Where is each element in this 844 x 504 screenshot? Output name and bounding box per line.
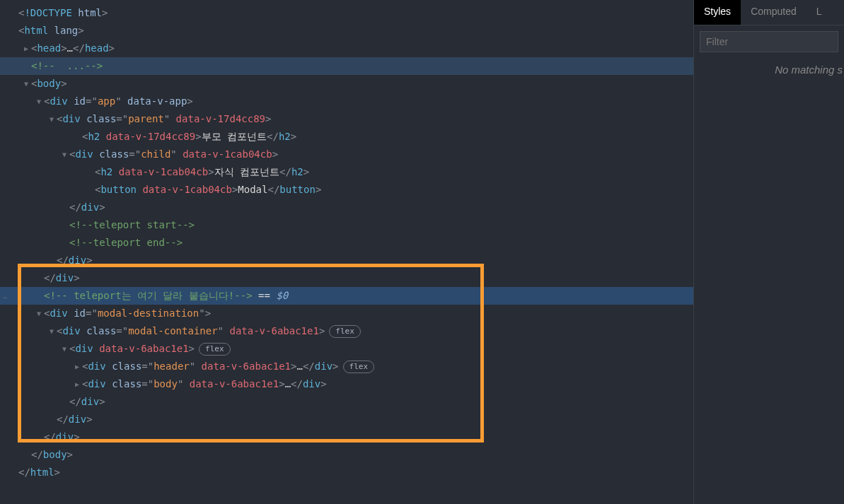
dom-tree-line[interactable]: <!--teleport end--> bbox=[0, 234, 693, 252]
dom-tree-line[interactable]: ▶<div class="body" data-v-6abac1e1>…</di… bbox=[0, 375, 693, 393]
code-token: =" bbox=[129, 146, 141, 163]
code-token: div bbox=[56, 428, 74, 446]
dom-tree-line[interactable]: <!--teleport start--> bbox=[0, 216, 693, 234]
code-token: data-v-1cab04cb bbox=[177, 146, 272, 163]
code-token: < bbox=[82, 375, 88, 393]
code-token: modal-container bbox=[128, 322, 217, 340]
tab-styles[interactable]: Styles bbox=[694, 0, 741, 25]
code-token: $0 bbox=[276, 287, 288, 305]
code-token: h2 bbox=[100, 163, 112, 181]
code-token: </ bbox=[31, 446, 43, 464]
dom-tree-line[interactable]: ▼<body> bbox=[0, 75, 693, 93]
flex-badge[interactable]: flex bbox=[343, 361, 375, 373]
dom-tree-line[interactable]: </div> bbox=[0, 269, 693, 287]
code-token: > bbox=[99, 393, 105, 411]
dom-tree-line[interactable]: </div> bbox=[0, 199, 693, 216]
chevron-right-icon[interactable]: ▶ bbox=[75, 358, 82, 375]
dom-tree-line[interactable]: ▶<div class="header" data-v-6abac1e1>…</… bbox=[0, 358, 693, 375]
dom-tree-line[interactable]: </body> bbox=[0, 446, 693, 464]
dom-tree-line[interactable]: <button data-v-1cab04cb>Modal</button> bbox=[0, 181, 693, 199]
dom-tree-line[interactable]: <!DOCTYPE html> bbox=[0, 4, 693, 22]
code-token: data-v-17d4cc89 bbox=[100, 128, 195, 146]
code-token: modal-destination bbox=[98, 305, 199, 322]
code-token: div bbox=[303, 375, 320, 393]
code-token: data-v-1cab04cb bbox=[137, 181, 232, 199]
code-token: =" bbox=[116, 110, 128, 128]
chevron-down-icon[interactable]: ▼ bbox=[50, 322, 57, 340]
code-token: < bbox=[69, 340, 75, 358]
code-token: < bbox=[57, 322, 62, 340]
code-token: < bbox=[31, 75, 37, 93]
dom-tree-line[interactable]: </html> bbox=[0, 464, 693, 481]
code-token: </ bbox=[44, 428, 56, 446]
code-token: =" bbox=[141, 358, 154, 375]
dom-tree-line[interactable]: <!-- ...--> bbox=[0, 57, 693, 75]
dom-tree-line[interactable]: ▶<head>…</head> bbox=[0, 40, 693, 57]
chevron-right-icon[interactable]: ▶ bbox=[24, 40, 31, 57]
code-token: < bbox=[57, 110, 62, 128]
chevron-down-icon[interactable]: ▼ bbox=[37, 305, 44, 322]
code-token: html bbox=[30, 464, 54, 481]
code-token: </ bbox=[18, 464, 30, 481]
code-token: == bbox=[253, 287, 277, 305]
code-token: " bbox=[164, 110, 170, 128]
code-token: … bbox=[296, 358, 302, 375]
code-token: 자식 컴포넌트 bbox=[214, 163, 279, 181]
dom-tree-line[interactable]: ▼<div class="child" data-v-1cab04cb> bbox=[0, 146, 693, 163]
code-token: id bbox=[68, 93, 86, 110]
code-token: </ bbox=[57, 411, 69, 428]
code-token: " bbox=[178, 375, 183, 393]
code-token: <!-- ...--> bbox=[31, 57, 103, 75]
code-token: data-v-app bbox=[122, 93, 187, 110]
dom-tree-line[interactable]: ▼<div id="app" data-v-app> bbox=[0, 93, 693, 110]
chevron-down-icon[interactable]: ▼ bbox=[37, 93, 44, 110]
code-token: > bbox=[99, 199, 105, 216]
code-token: div bbox=[69, 252, 86, 269]
code-token: class bbox=[106, 358, 142, 375]
dom-tree-line[interactable]: </div> bbox=[0, 411, 693, 428]
code-token: class bbox=[81, 110, 117, 128]
code-token: </ bbox=[69, 393, 81, 411]
code-token: parent bbox=[128, 110, 164, 128]
elements-panel[interactable]: <!DOCTYPE html><html lang>▶<head>…</head… bbox=[0, 0, 693, 504]
dom-tree-line[interactable]: ▼<div data-v-6abac1e1>flex bbox=[0, 340, 693, 358]
dom-tree-line[interactable]: ▼<div id="modal-destination"> bbox=[0, 305, 693, 322]
code-token: " bbox=[115, 93, 121, 110]
dom-tree-line[interactable]: </div> bbox=[0, 428, 693, 446]
tab-overflow[interactable]: L bbox=[807, 0, 832, 25]
code-token: data-v-17d4cc89 bbox=[170, 110, 265, 128]
flex-badge[interactable]: flex bbox=[199, 343, 231, 356]
dom-tree-line[interactable]: ▼<div class="parent" data-v-17d4cc89> bbox=[0, 110, 693, 128]
code-token: " bbox=[190, 358, 195, 375]
chevron-right-icon[interactable]: ▶ bbox=[75, 375, 82, 393]
dom-tree-line[interactable]: </div> bbox=[0, 252, 693, 269]
filter-input[interactable] bbox=[700, 31, 838, 52]
dom-tree-line[interactable]: <h2 data-v-1cab04cb>자식 컴포넌트</h2> bbox=[0, 163, 693, 181]
code-token: h2 bbox=[291, 163, 304, 181]
code-token: Modal bbox=[238, 181, 267, 199]
dom-tree[interactable]: <!DOCTYPE html><html lang>▶<head>…</head… bbox=[0, 0, 693, 486]
chevron-down-icon[interactable]: ▼ bbox=[62, 340, 69, 358]
code-token: > bbox=[304, 163, 309, 181]
code-token: h2 bbox=[279, 128, 291, 146]
code-token: > bbox=[74, 428, 79, 446]
dom-tree-line[interactable]: <h2 data-v-17d4cc89>부모 컴포넌트</h2> bbox=[0, 128, 693, 146]
dom-tree-line[interactable]: <html lang> bbox=[0, 22, 693, 40]
chevron-down-icon[interactable]: ▼ bbox=[24, 75, 31, 93]
dom-tree-line[interactable]: </div> bbox=[0, 393, 693, 411]
chevron-down-icon[interactable]: ▼ bbox=[62, 146, 69, 163]
flex-badge[interactable]: flex bbox=[329, 325, 361, 338]
dom-tree-line[interactable]: ▼<div class="modal-container" data-v-6ab… bbox=[0, 322, 693, 340]
code-token: > bbox=[320, 375, 326, 393]
code-token: < bbox=[31, 40, 37, 57]
code-token: > bbox=[333, 358, 338, 375]
chevron-down-icon[interactable]: ▼ bbox=[50, 110, 57, 128]
code-token: =" bbox=[86, 305, 98, 322]
dom-tree-line[interactable]: …<!-- teleport는 여기 달라 붙습니다!--> == $0 bbox=[0, 287, 693, 305]
code-token: data-v-1cab04cb bbox=[112, 163, 208, 181]
tab-computed[interactable]: Computed bbox=[741, 0, 807, 25]
code-token: " bbox=[199, 305, 204, 322]
code-token: div bbox=[69, 411, 86, 428]
code-token: " bbox=[170, 146, 176, 163]
code-token: head bbox=[85, 40, 109, 57]
